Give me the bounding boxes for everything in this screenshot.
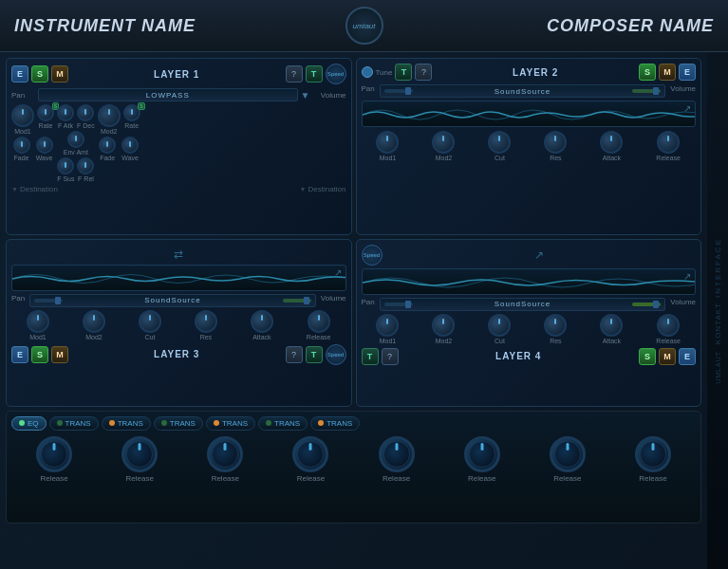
layer3-t-button[interactable]: T: [306, 346, 323, 363]
layer3-speed-button[interactable]: Speed: [326, 344, 346, 365]
l3-attack-knob[interactable]: [251, 310, 273, 333]
frel-group: F Rel: [77, 157, 94, 182]
bk2: Release: [121, 436, 158, 483]
bk1-knob[interactable]: [36, 436, 72, 472]
layer4-ss-bar[interactable]: SoundSource: [380, 298, 666, 311]
l2-res-knob[interactable]: [544, 131, 567, 154]
layer1-m-button[interactable]: M: [51, 65, 68, 83]
layer1-q-button[interactable]: ?: [286, 65, 303, 83]
ss-slider-left[interactable]: [384, 89, 413, 93]
l3-res: Res: [195, 310, 217, 340]
layer3-e-button[interactable]: E: [11, 346, 28, 363]
fdec-knob[interactable]: [77, 104, 94, 121]
layer2-s-button[interactable]: S: [639, 64, 656, 81]
l2-cut-knob[interactable]: [488, 131, 511, 154]
synth-panel: E S M LAYER 1 ? T Speed Pan LOWPASS: [0, 52, 707, 569]
layer2-m-button[interactable]: M: [659, 64, 676, 81]
layer2-e-button[interactable]: E: [679, 64, 696, 81]
fade2-knob[interactable]: [99, 137, 116, 154]
layer1-row1: Mod1 S Rate: [11, 104, 54, 135]
tab-trans5[interactable]: TRANS: [258, 416, 308, 431]
l3-release-knob[interactable]: [308, 310, 330, 333]
waveform3-arrow[interactable]: ↗: [334, 267, 342, 278]
bk7-knob[interactable]: [550, 436, 586, 472]
layer2-t-button[interactable]: T: [395, 64, 412, 81]
l4-mod1-knob[interactable]: [376, 314, 399, 337]
bk2-knob[interactable]: [121, 436, 158, 472]
tab-trans1[interactable]: TRANS: [49, 416, 99, 431]
tab-trans6[interactable]: TRANS: [310, 416, 360, 431]
waveform4-arrow[interactable]: ↗: [683, 271, 691, 282]
bk5-knob[interactable]: [379, 436, 415, 472]
layer3-switch[interactable]: ⇄: [11, 245, 346, 262]
l3-release: Release: [307, 310, 331, 340]
tune-circle1[interactable]: [362, 66, 373, 78]
l4-mod2-knob[interactable]: [432, 314, 455, 337]
layer4-t-button[interactable]: T: [362, 348, 379, 365]
l2-release-knob[interactable]: [657, 131, 680, 154]
bk4-knob[interactable]: [292, 436, 328, 472]
tab-eq[interactable]: EQ: [11, 416, 47, 431]
layer4-s-button[interactable]: S: [639, 348, 656, 365]
sound-source-bar[interactable]: SoundSource: [380, 84, 666, 98]
filter-bar[interactable]: LOWPASS: [38, 88, 298, 101]
layer3-ss-bar[interactable]: SoundSource: [29, 294, 316, 307]
l3-ss-slider-left[interactable]: [34, 299, 63, 303]
layer1-speed-button[interactable]: Speed: [326, 64, 346, 84]
layer4-m-button[interactable]: M: [659, 348, 676, 365]
layer4-q-button[interactable]: ?: [382, 348, 399, 365]
bk3-knob[interactable]: [207, 436, 243, 472]
wave2-knob[interactable]: [121, 137, 139, 154]
layer1-e-button[interactable]: E: [11, 65, 28, 83]
waveform-arrow[interactable]: ↗: [683, 103, 691, 114]
l4-res-knob[interactable]: [544, 314, 567, 337]
layer1-filter-row2: Env Amt: [64, 131, 88, 156]
fsus-knob[interactable]: [57, 157, 74, 174]
layer-3-block: ⇄ ↗ Pan SoundSource: [6, 239, 352, 407]
l2-mod1-knob[interactable]: [376, 131, 399, 154]
l4-cut-knob[interactable]: [488, 314, 511, 337]
fade-knob[interactable]: [13, 137, 30, 154]
l3-mod1-knob[interactable]: [27, 310, 49, 333]
l4-ss-slider-left[interactable]: [384, 303, 413, 306]
l2-attack-knob[interactable]: [600, 131, 623, 154]
l4-ss-slider-right[interactable]: [632, 303, 661, 306]
layer4-speed-left[interactable]: Speed: [362, 245, 383, 266]
ss-slider-right[interactable]: [632, 89, 661, 93]
layer3-q-button[interactable]: ?: [286, 346, 303, 363]
l4-release-knob[interactable]: [657, 314, 680, 337]
bk1: Release: [36, 436, 72, 483]
tab-trans3[interactable]: TRANS: [154, 416, 203, 431]
bk8-knob[interactable]: [635, 436, 671, 472]
l3-ss-slider-right[interactable]: [283, 299, 311, 303]
wave-knob[interactable]: [36, 137, 53, 154]
layer-2-block: Tune T ? LAYER 2 S M E Pan SoundSource: [356, 58, 702, 235]
layer1-t-button[interactable]: T: [306, 65, 323, 83]
layer2-knobs: Mod1 Mod2 Cut Res: [362, 131, 697, 161]
l2-mod2-knob[interactable]: [432, 131, 455, 154]
l3-res-knob[interactable]: [195, 310, 217, 333]
l3-attack: Attack: [251, 310, 273, 340]
layer4-switch[interactable]: ↗: [383, 248, 697, 262]
l4-attack-knob[interactable]: [600, 314, 623, 337]
mod2-knob[interactable]: [98, 104, 121, 127]
l3-mod2-knob[interactable]: [83, 310, 105, 333]
mod2-group: Mod2: [98, 104, 121, 135]
layer2-q-button[interactable]: ?: [415, 64, 432, 81]
mod1-knob[interactable]: [11, 104, 34, 127]
tab-trans4[interactable]: TRANS: [206, 416, 255, 431]
layer1-s-button[interactable]: S: [31, 65, 48, 83]
layer3-m-button[interactable]: M: [51, 346, 68, 363]
layer3-knobs: Mod1 Mod2 Cut Res: [11, 310, 346, 340]
frel-knob[interactable]: [77, 157, 94, 174]
fatk-knob[interactable]: [57, 104, 74, 121]
bk6-knob[interactable]: [464, 436, 500, 472]
layer4-e-button[interactable]: E: [679, 348, 696, 365]
l3-cut-knob[interactable]: [139, 310, 161, 333]
envamt-knob[interactable]: [67, 131, 84, 148]
layer3-s-button[interactable]: S: [31, 346, 48, 363]
layer4-ss-row: Pan SoundSource Volume: [362, 298, 697, 311]
tab-trans2[interactable]: TRANS: [102, 416, 151, 431]
filter-arrow[interactable]: ▼: [301, 90, 310, 101]
l2-release: Release: [656, 131, 681, 161]
